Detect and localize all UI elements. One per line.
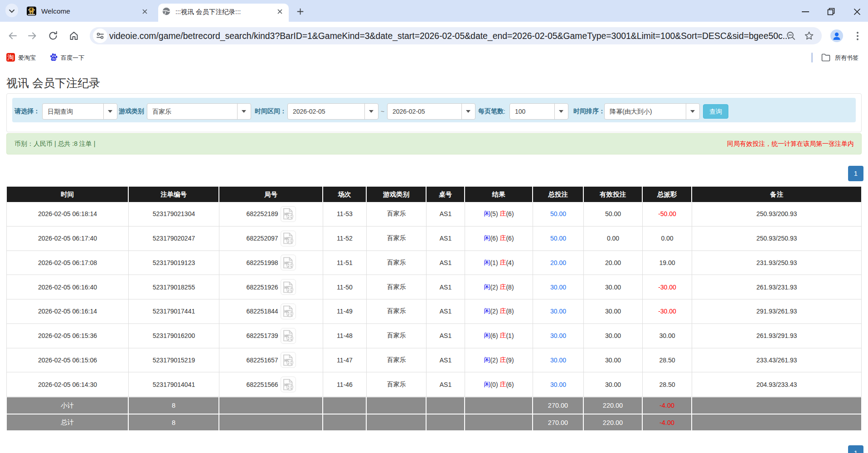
svg-text:du: du	[52, 57, 56, 60]
